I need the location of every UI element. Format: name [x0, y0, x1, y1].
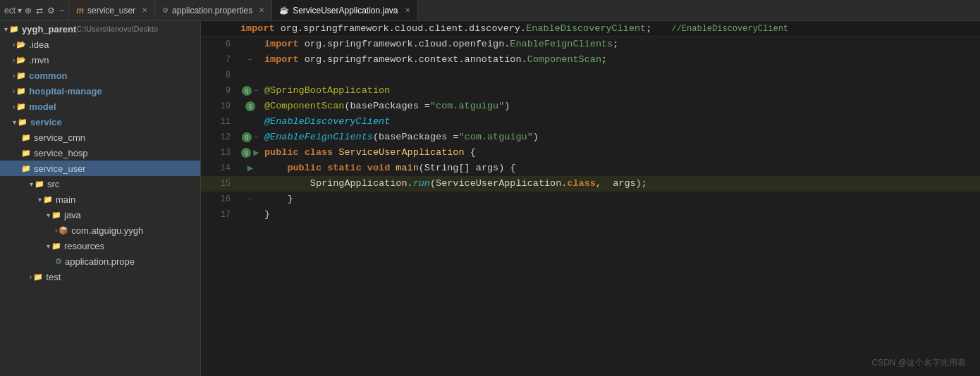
gutter-8 [236, 68, 264, 83]
debug-icon-12[interactable]: Q [242, 132, 252, 142]
fold-button-16[interactable]: − [248, 192, 253, 207]
sidebar-item-service[interactable]: ▾ 📁 service [0, 114, 200, 130]
code-line-17: 17 } [201, 207, 980, 223]
sidebar-item-model[interactable]: › 📁 model [0, 99, 200, 114]
overflow-code-line: import org.springframework.cloud.client.… [201, 21, 980, 37]
minimize-icon[interactable]: − [59, 6, 64, 15]
item-label: test [46, 272, 61, 282]
sidebar-item-mvn[interactable]: › 📂 .mvn [0, 52, 200, 68]
sidebar-item-service-hosp[interactable]: 📁 service_hosp [0, 145, 200, 161]
arrow-icon: ▾ [4, 25, 8, 33]
gutter-17 [236, 207, 264, 223]
debug-icon-10[interactable]: Q [245, 101, 255, 111]
sidebar-item-test[interactable]: › 📁 test [0, 269, 200, 284]
tab-service-user[interactable]: m service_user ✕ [69, 0, 155, 20]
tab-label-service-user: service_user [87, 6, 135, 15]
sidebar-item-idea[interactable]: › 📂 .idea [0, 37, 200, 52]
tab-icon-m: m [76, 6, 84, 15]
code-block: 6 import org.springframework.cloud.openf… [201, 37, 980, 376]
code-line-9: 9 Q − @SpringBootApplication [201, 83, 980, 99]
tab-close-application-properties[interactable]: ✕ [259, 6, 264, 14]
debug-icon-13[interactable]: Q [241, 148, 251, 158]
gutter-14: ▶ [236, 161, 264, 176]
gutter-6 [236, 37, 264, 52]
add-icon[interactable]: ⊕ [25, 6, 32, 15]
line-number-13: 13 [201, 145, 236, 161]
code-line-14: 14 ▶ public static void main (String [201, 161, 980, 176]
sidebar-item-src[interactable]: ▾ 📁 src [0, 176, 200, 192]
line-number-7: 7 [201, 52, 236, 68]
line-number-8: 8 [201, 68, 236, 83]
folder-icon: 📁 [21, 149, 31, 158]
fold-button-7[interactable]: − [248, 52, 253, 68]
line-number-15: 15 [201, 176, 236, 192]
folder-icon: 📁 [16, 87, 26, 96]
line-number-16: 16 [201, 192, 236, 207]
fold-button-12[interactable]: − [254, 130, 259, 145]
line-number-10: 10 [201, 99, 236, 114]
arrow-icon: › [13, 87, 15, 95]
code-content-12: @EnableFeignClients(basePackages = "com.… [264, 130, 539, 145]
folder-icon: 📁 [33, 272, 43, 282]
code-line-15: 15 SpringApplication. run (ServiceUserAp… [201, 176, 980, 192]
code-line-6: 6 import org.springframework.cloud.openf… [201, 37, 980, 52]
sidebar-item-package[interactable]: › 📦 com.atguigu.yygh [0, 223, 200, 238]
sidebar-item-common[interactable]: › 📁 common [0, 68, 200, 83]
arrow-icon: ▾ [47, 211, 50, 219]
item-label: com.atguigu.yygh [71, 225, 143, 236]
debug-icon-9[interactable]: Q [242, 86, 252, 96]
code-line-16: 16 − } [201, 192, 980, 207]
sidebar-item-service-cmn[interactable]: 📁 service_cmn [0, 130, 200, 145]
tab-close-service-user[interactable]: ✕ [142, 6, 147, 14]
code-content-11: @EnableDiscoveryClient [264, 114, 390, 130]
code-content-6: import org.springframework.cloud.openfei… [264, 37, 618, 52]
run-icon-14[interactable]: ▶ [247, 161, 253, 176]
item-label: application.prope [65, 256, 135, 267]
tab-icon-java: ☕ [279, 6, 289, 15]
folder-icon: 📁 [16, 102, 26, 111]
sidebar-item-resources[interactable]: ▾ 📁 resources [0, 238, 200, 253]
folder-icon: 📁 [16, 71, 26, 80]
run-icon-13[interactable]: ▶ [253, 145, 259, 161]
item-label: .idea [29, 39, 49, 50]
arrow-icon: › [13, 56, 15, 64]
tab-icon-props: ⚙ [162, 6, 169, 14]
toolbar-left: ect ▾ ⊕ ⇄ ⚙ − [0, 0, 69, 20]
folder-icon: 📁 [21, 164, 31, 173]
sidebar-item-yygh-parent[interactable]: ▾ 📁 yygh_parent C:\Users\lenovo\Deskto [0, 21, 200, 37]
tab-service-user-application[interactable]: ☕ ServiceUserApplication.java ✕ [272, 0, 417, 20]
line-number-17: 17 [201, 207, 236, 223]
transfer-icon[interactable]: ⇄ [36, 6, 43, 15]
code-editor: import org.springframework.cloud.client.… [201, 21, 980, 376]
sidebar-item-main[interactable]: ▾ 📁 main [0, 192, 200, 207]
item-label: model [29, 101, 56, 112]
code-line-12: 12 Q − @EnableFeignClients(basePackages … [201, 130, 980, 145]
gutter-13: Q ▶ [236, 145, 264, 161]
line-number-6: 6 [201, 37, 236, 52]
tab-application-properties[interactable]: ⚙ application.properties ✕ [155, 0, 272, 20]
item-label: java [64, 210, 81, 220]
settings-icon[interactable]: ⚙ [47, 6, 55, 15]
project-label[interactable]: ect ▾ [4, 6, 22, 15]
code-line-13: 13 Q ▶ public class ServiceUserApplicati… [201, 145, 980, 161]
tab-close-service-user-application[interactable]: ✕ [405, 6, 410, 14]
code-line-11: 11 @EnableDiscoveryClient [201, 114, 980, 130]
item-label: .mvn [29, 55, 49, 65]
folder-icon: 📁 [51, 242, 61, 251]
item-path: C:\Users\lenovo\Deskto [76, 25, 158, 33]
fold-button-9[interactable]: − [254, 83, 259, 99]
sidebar-item-application-props[interactable]: ⚙ application.prope [0, 253, 200, 269]
gutter-10: Q [236, 99, 264, 114]
toolbar-icons: ⊕ ⇄ ⚙ − [25, 6, 64, 15]
file-icon: ⚙ [55, 257, 62, 266]
item-label: src [47, 179, 59, 189]
code-line-10: 10 Q @ComponentScan(basePackages = "com.… [201, 99, 980, 114]
item-label: resources [64, 241, 104, 251]
code-content-9: @SpringBootApplication [264, 83, 390, 99]
sidebar-item-java[interactable]: ▾ 📁 java [0, 207, 200, 223]
package-icon: 📦 [59, 226, 68, 235]
sidebar-item-service-user[interactable]: 📁 service_user [0, 161, 200, 176]
folder-icon: 📁 [18, 118, 27, 127]
sidebar-item-hospital-manage[interactable]: › 📁 hospital-manage [0, 83, 200, 99]
code-content-10: @ComponentScan(basePackages = "com.atgui… [264, 99, 510, 114]
